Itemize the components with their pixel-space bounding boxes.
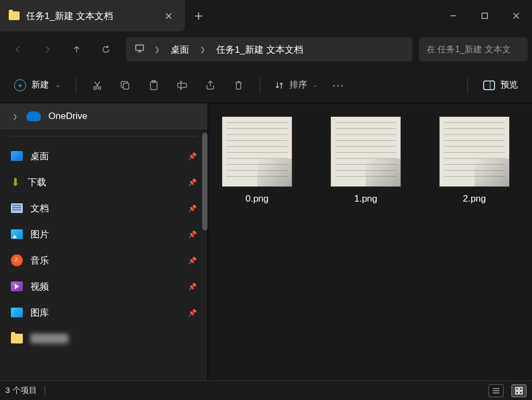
folder-icon (9, 11, 20, 20)
delete-button[interactable] (226, 74, 251, 96)
onedrive-icon (27, 111, 41, 121)
svg-point-3 (98, 86, 101, 89)
minimize-button[interactable] (437, 3, 469, 29)
svg-rect-0 (482, 13, 487, 18)
file-thumbnail (330, 116, 401, 187)
svg-rect-7 (178, 83, 186, 88)
monitor-icon (130, 43, 149, 55)
svg-rect-12 (520, 391, 522, 394)
pin-icon: 📌 (188, 178, 197, 186)
file-item[interactable]: 0.png (219, 116, 295, 204)
svg-rect-8 (484, 81, 495, 90)
chevron-right-icon: ❯ (12, 113, 19, 120)
pin-icon: 📌 (188, 309, 197, 317)
sidebar-item-videos[interactable]: 视频 📌 (0, 273, 208, 299)
svg-rect-1 (136, 45, 143, 51)
chevron-down-icon: ⌄ (312, 82, 317, 89)
sidebar-item-label: 音乐 (30, 254, 49, 267)
chevron-right-icon[interactable]: ❯ (197, 46, 209, 53)
new-button[interactable]: + 新建 ⌄ (8, 75, 67, 96)
sidebar-item-label: 桌面 (30, 150, 49, 162)
sidebar-item-documents[interactable]: 文档 📌 (0, 195, 208, 221)
divider (467, 77, 468, 93)
document-icon (11, 203, 23, 213)
item-count: 3 个项目 (5, 385, 37, 396)
svg-rect-10 (520, 388, 522, 390)
file-thumbnail (222, 116, 292, 187)
new-tab-button[interactable] (185, 0, 212, 32)
sidebar-item-label: 文档 (30, 202, 49, 215)
preview-button[interactable]: 预览 (477, 75, 524, 95)
pin-icon: 📌 (188, 257, 197, 265)
sidebar-item-music[interactable]: 音乐 📌 (0, 247, 208, 273)
close-window-button[interactable] (500, 3, 532, 29)
svg-point-2 (94, 86, 97, 89)
plus-circle-icon: + (14, 79, 26, 91)
svg-rect-9 (516, 388, 518, 390)
sidebar-item-label: 图库 (30, 307, 49, 319)
file-item[interactable]: 1.png (328, 116, 404, 204)
back-button[interactable] (4, 38, 32, 61)
sidebar-item-gallery[interactable]: 图库 📌 (0, 299, 208, 326)
pin-icon: 📌 (188, 283, 197, 291)
tab-title: 任务1_新建 文本文档 (26, 10, 154, 22)
pin-icon: 📌 (188, 152, 197, 160)
pictures-icon (11, 229, 23, 239)
folder-icon (11, 334, 23, 343)
sort-button[interactable]: 排序 ⌄ (269, 75, 323, 95)
maximize-button[interactable] (469, 3, 500, 29)
preview-label: 预览 (500, 79, 518, 91)
file-name: 0.png (246, 193, 269, 204)
file-grid[interactable]: 0.png 1.png 2.png (208, 103, 532, 380)
titlebar: 任务1_新建 文本文档 (0, 0, 532, 32)
search-input[interactable]: 在 任务1_新建 文本文 (419, 38, 528, 61)
up-button[interactable] (63, 38, 90, 61)
share-button[interactable] (198, 74, 223, 96)
sort-label: 排序 (290, 79, 307, 91)
forward-button[interactable] (34, 38, 61, 61)
divider (45, 386, 45, 396)
new-label: 新建 (32, 79, 49, 91)
gallery-icon (11, 308, 23, 317)
chevron-down-icon: ⌄ (55, 82, 60, 89)
refresh-button[interactable] (92, 38, 120, 61)
sort-icon (274, 80, 284, 90)
sidebar-item-folder[interactable] (0, 326, 208, 352)
divider (11, 136, 197, 136)
more-button[interactable]: ··· (326, 74, 351, 96)
sidebar-item-label: 下载 (28, 176, 46, 189)
breadcrumb[interactable]: ❯ 桌面 ❯ 任务1_新建 文本文档 (126, 38, 412, 61)
pin-icon: 📌 (188, 204, 197, 212)
close-tab-button[interactable] (161, 8, 176, 23)
sidebar-item-pictures[interactable]: 图片 📌 (0, 221, 208, 247)
breadcrumb-item[interactable]: 桌面 (165, 43, 195, 56)
sidebar-item-desktop[interactable]: 桌面 📌 (0, 143, 208, 169)
svg-rect-11 (516, 391, 518, 394)
details-view-button[interactable] (489, 384, 504, 397)
active-tab[interactable]: 任务1_新建 文本文档 (0, 0, 185, 32)
navbar: ❯ 桌面 ❯ 任务1_新建 文本文档 在 任务1_新建 文本文 (0, 32, 532, 67)
music-icon (11, 254, 23, 266)
sidebar-item-onedrive[interactable]: ❯ OneDrive (0, 103, 208, 129)
sidebar: ❯ OneDrive 桌面 📌 ⬇ 下载 📌 文档 📌 图片 📌 音乐 (0, 103, 208, 380)
preview-icon (483, 80, 495, 90)
video-icon (11, 282, 23, 291)
chevron-right-icon[interactable]: ❯ (151, 46, 163, 53)
cut-button[interactable] (85, 74, 110, 96)
icons-view-button[interactable] (511, 384, 527, 397)
file-thumbnail (439, 116, 510, 187)
scrollbar[interactable] (202, 133, 208, 230)
toolbar: + 新建 ⌄ 排序 ⌄ ··· 预览 (0, 67, 532, 103)
breadcrumb-item[interactable]: 任务1_新建 文本文档 (211, 43, 309, 56)
paste-button[interactable] (141, 74, 166, 96)
sidebar-item-downloads[interactable]: ⬇ 下载 📌 (0, 169, 208, 195)
copy-button[interactable] (113, 74, 138, 96)
divider (260, 77, 260, 93)
rename-button[interactable] (170, 74, 195, 96)
window-controls (437, 0, 532, 32)
file-item[interactable]: 2.png (436, 116, 512, 204)
sidebar-item-label: OneDrive (48, 111, 87, 122)
download-icon: ⬇ (11, 176, 20, 189)
desktop-icon (11, 151, 23, 161)
main-area: ❯ OneDrive 桌面 📌 ⬇ 下载 📌 文档 📌 图片 📌 音乐 (0, 103, 532, 380)
